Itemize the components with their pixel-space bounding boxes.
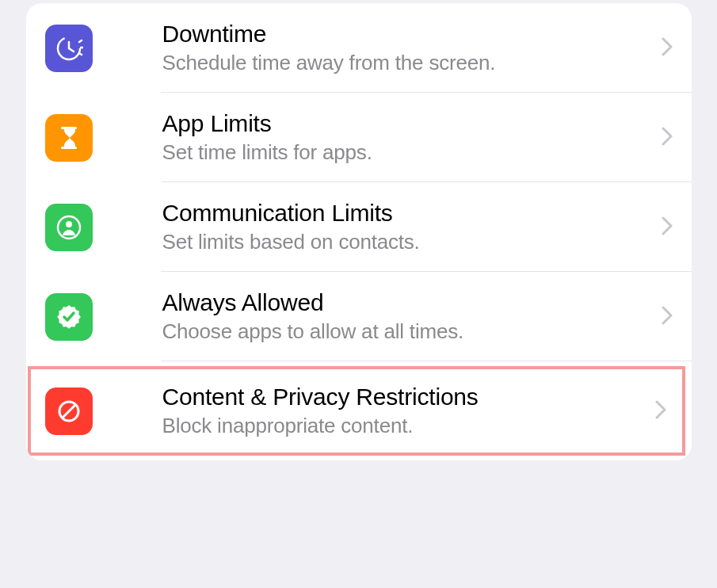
- chevron-right-icon: [662, 306, 673, 328]
- row-communication-limits[interactable]: Communication Limits Set limits based on…: [26, 182, 692, 272]
- svg-line-3: [79, 53, 82, 55]
- row-title: Content & Privacy Restrictions: [162, 384, 646, 410]
- no-entry-icon: [45, 388, 93, 435]
- highlight-box: Content & Privacy Restrictions Block ina…: [28, 366, 685, 456]
- verified-check-icon: [45, 293, 93, 341]
- svg-rect-4: [61, 127, 77, 129]
- row-always-allowed[interactable]: Always Allowed Choose apps to allow at a…: [26, 272, 692, 361]
- row-text: App Limits Set time limits for apps.: [162, 110, 652, 165]
- row-app-limits[interactable]: App Limits Set time limits for apps.: [26, 93, 692, 182]
- contact-icon: [45, 204, 93, 251]
- row-downtime[interactable]: Downtime Schedule time away from the scr…: [26, 3, 692, 93]
- row-subtitle: Block inappropriate content.: [162, 414, 646, 438]
- row-text: Content & Privacy Restrictions Block ina…: [162, 384, 646, 438]
- svg-line-1: [79, 40, 82, 42]
- row-title: Always Allowed: [162, 289, 652, 316]
- row-subtitle: Choose apps to allow at all times.: [162, 319, 652, 344]
- downtime-icon: [45, 25, 93, 72]
- row-subtitle: Schedule time away from the screen.: [162, 51, 652, 75]
- chevron-right-icon: [662, 127, 673, 149]
- row-content-privacy[interactable]: Content & Privacy Restrictions Block ina…: [28, 366, 685, 456]
- row-title: Communication Limits: [162, 200, 652, 227]
- row-subtitle: Set time limits for apps.: [162, 140, 652, 165]
- row-title: App Limits: [162, 110, 652, 137]
- chevron-right-icon: [662, 37, 673, 59]
- chevron-right-icon: [655, 400, 666, 422]
- svg-line-9: [63, 405, 75, 418]
- row-text: Downtime Schedule time away from the scr…: [162, 21, 652, 75]
- row-title: Downtime: [162, 21, 652, 48]
- hourglass-icon: [45, 114, 93, 162]
- row-text: Always Allowed Choose apps to allow at a…: [162, 289, 652, 344]
- row-text: Communication Limits Set limits based on…: [162, 200, 652, 254]
- settings-list: Downtime Schedule time away from the scr…: [26, 3, 692, 460]
- row-subtitle: Set limits based on contacts.: [162, 230, 652, 254]
- svg-point-7: [66, 221, 72, 227]
- chevron-right-icon: [662, 216, 673, 239]
- svg-rect-5: [61, 147, 77, 149]
